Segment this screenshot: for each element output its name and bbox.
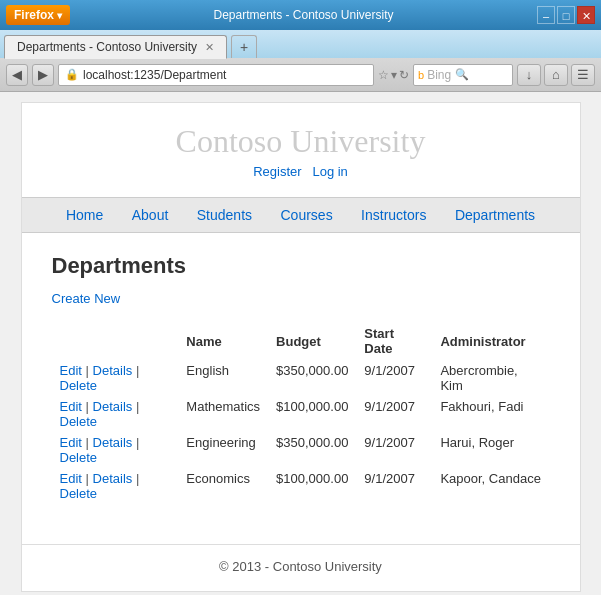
back-button[interactable]: ◀ (6, 64, 28, 86)
row-start-date: 9/1/2007 (356, 396, 432, 432)
row-name: English (178, 360, 268, 396)
menu-button[interactable]: ☰ (571, 64, 595, 86)
details-link-2[interactable]: Details (93, 435, 133, 450)
nav-students[interactable]: Students (197, 207, 252, 223)
toolbar-buttons: ↓ ⌂ ☰ (517, 64, 595, 86)
firefox-menu-button[interactable]: Firefox (6, 5, 70, 25)
table-row: Edit | Details | Delete Mathematics $100… (52, 396, 550, 432)
tabbar: Departments - Contoso University ✕ + (0, 30, 601, 58)
details-link-0[interactable]: Details (93, 363, 133, 378)
maximize-button[interactable]: □ (557, 6, 575, 24)
search-icon[interactable]: 🔍 (455, 68, 469, 81)
new-tab-button[interactable]: + (231, 35, 257, 58)
page-inner: Contoso University Register Log in Home … (21, 102, 581, 592)
edit-link-0[interactable]: Edit (60, 363, 82, 378)
row-budget: $100,000.00 (268, 468, 356, 504)
site-title: Contoso University (32, 123, 570, 160)
col-name: Name (178, 322, 268, 360)
delete-link-0[interactable]: Delete (60, 378, 98, 393)
browser-window: Firefox Departments - Contoso University… (0, 0, 601, 595)
site-footer: © 2013 - Contoso University (22, 544, 580, 588)
window-title: Departments - Contoso University (213, 8, 393, 22)
row-admin: Kapoor, Candace (432, 468, 549, 504)
delete-link-2[interactable]: Delete (60, 450, 98, 465)
details-link-1[interactable]: Details (93, 399, 133, 414)
page-content: Contoso University Register Log in Home … (0, 92, 601, 595)
bookmark-icon[interactable]: ☆ (378, 68, 389, 82)
site-auth: Register Log in (32, 164, 570, 179)
forward-button[interactable]: ▶ (32, 64, 54, 86)
url-bar[interactable]: 🔒 localhost:1235/Department (58, 64, 374, 86)
footer-text: © 2013 - Contoso University (219, 559, 382, 574)
tab-label: Departments - Contoso University (17, 40, 197, 54)
site-nav: Home About Students Courses Instructors … (22, 197, 580, 233)
url-text: localhost:1235/Department (83, 68, 226, 82)
details-link-3[interactable]: Details (93, 471, 133, 486)
row-start-date: 9/1/2007 (356, 432, 432, 468)
active-tab[interactable]: Departments - Contoso University ✕ (4, 35, 227, 59)
row-actions: Edit | Details | Delete (52, 360, 179, 396)
nav-instructors[interactable]: Instructors (361, 207, 426, 223)
titlebar-left: Firefox (6, 5, 70, 25)
row-admin: Fakhouri, Fadi (432, 396, 549, 432)
delete-link-1[interactable]: Delete (60, 414, 98, 429)
search-box[interactable]: b Bing 🔍 (413, 64, 513, 86)
nav-home[interactable]: Home (66, 207, 103, 223)
create-new-link[interactable]: Create New (52, 291, 121, 306)
row-admin: Abercrombie, Kim (432, 360, 549, 396)
titlebar: Firefox Departments - Contoso University… (0, 0, 601, 30)
row-name: Economics (178, 468, 268, 504)
url-lock-icon: 🔒 (65, 68, 79, 81)
edit-link-2[interactable]: Edit (60, 435, 82, 450)
home-button[interactable]: ⌂ (544, 64, 568, 86)
bookmark-down-icon[interactable]: ▾ (391, 68, 397, 82)
row-name: Engineering (178, 432, 268, 468)
row-budget: $350,000.00 (268, 432, 356, 468)
row-actions: Edit | Details | Delete (52, 432, 179, 468)
close-button[interactable]: ✕ (577, 6, 595, 24)
delete-link-3[interactable]: Delete (60, 486, 98, 501)
main-content: Departments Create New Name Budget Start… (22, 233, 580, 524)
addressbar: ◀ ▶ 🔒 localhost:1235/Department ☆ ▾ ↻ b … (0, 58, 601, 92)
row-budget: $350,000.00 (268, 360, 356, 396)
row-start-date: 9/1/2007 (356, 360, 432, 396)
window-controls: – □ ✕ (537, 6, 595, 24)
table-row: Edit | Details | Delete English $350,000… (52, 360, 550, 396)
nav-courses[interactable]: Courses (281, 207, 333, 223)
row-actions: Edit | Details | Delete (52, 396, 179, 432)
nav-departments[interactable]: Departments (455, 207, 535, 223)
download-button[interactable]: ↓ (517, 64, 541, 86)
bing-icon: b (418, 69, 424, 81)
login-link[interactable]: Log in (312, 164, 347, 179)
search-placeholder: Bing (427, 68, 451, 82)
table-row: Edit | Details | Delete Economics $100,0… (52, 468, 550, 504)
edit-link-1[interactable]: Edit (60, 399, 82, 414)
col-actions (52, 322, 179, 360)
site-header: Contoso University Register Log in (22, 103, 580, 197)
page-heading: Departments (52, 253, 550, 279)
col-budget: Budget (268, 322, 356, 360)
edit-link-3[interactable]: Edit (60, 471, 82, 486)
nav-about[interactable]: About (132, 207, 169, 223)
row-actions: Edit | Details | Delete (52, 468, 179, 504)
row-admin: Harui, Roger (432, 432, 549, 468)
tab-close-icon[interactable]: ✕ (205, 41, 214, 54)
col-start-date: Start Date (356, 322, 432, 360)
row-start-date: 9/1/2007 (356, 468, 432, 504)
refresh-icon[interactable]: ↻ (399, 68, 409, 82)
register-link[interactable]: Register (253, 164, 301, 179)
table-row: Edit | Details | Delete Engineering $350… (52, 432, 550, 468)
col-admin: Administrator (432, 322, 549, 360)
row-budget: $100,000.00 (268, 396, 356, 432)
url-action-icons: ☆ ▾ ↻ (378, 68, 409, 82)
minimize-button[interactable]: – (537, 6, 555, 24)
row-name: Mathematics (178, 396, 268, 432)
departments-table: Name Budget Start Date Administrator Edi… (52, 322, 550, 504)
